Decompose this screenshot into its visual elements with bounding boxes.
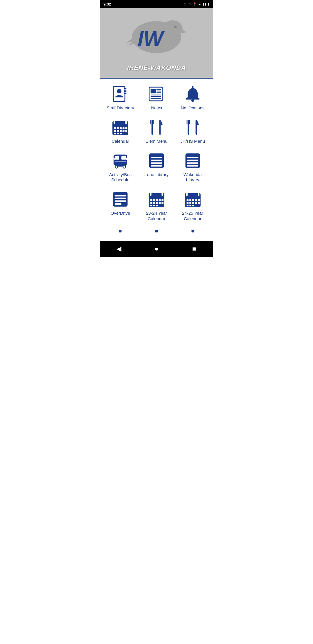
partial-item-1[interactable] bbox=[103, 226, 138, 235]
svg-rect-112 bbox=[189, 205, 191, 206]
svg-rect-106 bbox=[186, 202, 188, 204]
svg-rect-89 bbox=[153, 202, 155, 204]
svg-rect-46 bbox=[159, 120, 161, 135]
irene-library-button[interactable]: Irene Library bbox=[139, 149, 174, 185]
grid-row-2: Calendar Elem Menu bbox=[102, 115, 211, 146]
status-bar: 9:32 ⬡ 🗒 📍 ▲ ▮▮ ▮ bbox=[100, 0, 213, 8]
partial-icon-2 bbox=[151, 230, 162, 233]
svg-rect-98 bbox=[185, 196, 201, 198]
svg-rect-102 bbox=[189, 199, 191, 201]
notifications-icon bbox=[184, 86, 201, 102]
overdrive-label: OverDrive bbox=[111, 211, 130, 216]
elem-menu-label: Elem Menu bbox=[145, 139, 168, 144]
cal-24-25-button[interactable]: 24-25 Year Calendar bbox=[175, 187, 210, 224]
svg-rect-21 bbox=[151, 98, 161, 99]
svg-rect-53 bbox=[115, 156, 119, 160]
wakonda-library-button[interactable]: Wakonda Library bbox=[175, 149, 210, 185]
svg-rect-116 bbox=[191, 230, 194, 232]
news-label: News bbox=[151, 105, 162, 111]
notifications-button[interactable]: Notifications bbox=[175, 82, 210, 113]
wakonda-library-label: Wakonda Library bbox=[176, 172, 209, 183]
svg-rect-35 bbox=[117, 130, 119, 132]
clipboard-icon: 🗒 bbox=[188, 2, 191, 6]
svg-rect-90 bbox=[156, 202, 158, 204]
svg-point-22 bbox=[191, 99, 194, 102]
svg-rect-36 bbox=[120, 130, 122, 132]
cal-23-24-button[interactable]: 23-24 Year Calendar bbox=[139, 187, 174, 224]
status-icons: ⬡ 🗒 📍 ▲ ▮▮ ▮ bbox=[184, 2, 210, 6]
jh-hs-menu-button[interactable]: JH/HS Menu bbox=[175, 115, 210, 146]
overdrive-button[interactable]: OverDrive bbox=[103, 187, 138, 224]
partial-item-3[interactable] bbox=[175, 226, 210, 235]
svg-rect-17 bbox=[156, 91, 161, 91]
elem-menu-button[interactable]: Elem Menu bbox=[139, 115, 174, 146]
svg-rect-83 bbox=[150, 199, 152, 201]
svg-rect-103 bbox=[192, 199, 194, 201]
svg-rect-34 bbox=[114, 130, 116, 132]
svg-rect-67 bbox=[151, 165, 162, 167]
svg-point-1 bbox=[162, 20, 183, 37]
svg-rect-27 bbox=[114, 121, 115, 124]
calendar-button[interactable]: Calendar bbox=[103, 115, 138, 146]
svg-text:IW: IW bbox=[138, 27, 165, 50]
grid-row-1: Staff Directory News bbox=[102, 82, 211, 113]
svg-rect-18 bbox=[156, 92, 161, 93]
school-name: IRENE-WAKONDA bbox=[127, 64, 186, 72]
recent-button[interactable]: ■ bbox=[189, 244, 199, 254]
svg-rect-37 bbox=[123, 130, 125, 132]
back-button[interactable]: ◀ bbox=[114, 244, 124, 254]
cal-24-25-label: 24-25 Year Calendar bbox=[176, 211, 209, 222]
svg-rect-107 bbox=[189, 202, 191, 204]
svg-rect-81 bbox=[150, 193, 152, 196]
svg-point-9 bbox=[117, 89, 121, 93]
partial-icon-1 bbox=[114, 230, 126, 233]
svg-rect-43 bbox=[150, 120, 151, 124]
svg-rect-16 bbox=[156, 89, 161, 90]
news-button[interactable]: News bbox=[139, 82, 174, 113]
school-logo: IW bbox=[125, 15, 188, 62]
svg-rect-70 bbox=[187, 160, 198, 161]
svg-rect-12 bbox=[124, 93, 127, 94]
svg-rect-42 bbox=[152, 120, 153, 128]
svg-rect-86 bbox=[159, 199, 161, 201]
calendar-icon bbox=[112, 119, 129, 136]
svg-rect-20 bbox=[151, 96, 161, 97]
svg-rect-66 bbox=[151, 162, 162, 164]
jh-hs-menu-icon bbox=[184, 119, 201, 136]
overdrive-icon bbox=[112, 191, 129, 208]
svg-rect-95 bbox=[156, 205, 158, 206]
svg-rect-47 bbox=[188, 120, 189, 128]
svg-rect-77 bbox=[115, 203, 121, 205]
grid-row-4: OverDrive bbox=[102, 187, 211, 224]
svg-rect-19 bbox=[151, 95, 161, 95]
home-button[interactable]: ● bbox=[151, 244, 162, 254]
svg-rect-54 bbox=[121, 156, 126, 160]
svg-rect-61 bbox=[114, 158, 115, 160]
svg-rect-41 bbox=[120, 133, 122, 134]
svg-rect-39 bbox=[114, 133, 116, 134]
cal-24-25-icon bbox=[184, 191, 201, 208]
svg-rect-30 bbox=[117, 127, 119, 129]
svg-rect-110 bbox=[198, 202, 200, 204]
notifications-label: Notifications bbox=[181, 105, 205, 111]
svg-rect-114 bbox=[119, 230, 122, 232]
staff-directory-button[interactable]: Staff Directory bbox=[103, 82, 138, 113]
svg-rect-92 bbox=[161, 202, 163, 204]
staff-directory-icon bbox=[112, 86, 129, 102]
partial-item-2[interactable] bbox=[139, 226, 174, 235]
svg-rect-99 bbox=[186, 193, 188, 196]
svg-rect-48 bbox=[186, 120, 187, 124]
svg-rect-50 bbox=[188, 128, 189, 135]
activity-bus-button[interactable]: Activity/Bus Schedule bbox=[103, 149, 138, 185]
jh-hs-menu-label: JH/HS Menu bbox=[180, 139, 205, 144]
svg-rect-105 bbox=[198, 199, 200, 201]
svg-rect-65 bbox=[151, 160, 162, 161]
signal-icon: ▮▮ bbox=[203, 2, 206, 6]
svg-rect-38 bbox=[125, 130, 128, 132]
wakonda-library-icon bbox=[184, 152, 201, 169]
svg-rect-31 bbox=[120, 127, 122, 129]
svg-rect-51 bbox=[195, 120, 197, 135]
svg-rect-33 bbox=[125, 127, 128, 129]
svg-rect-55 bbox=[115, 161, 126, 162]
battery-icon: ▮ bbox=[208, 2, 210, 6]
